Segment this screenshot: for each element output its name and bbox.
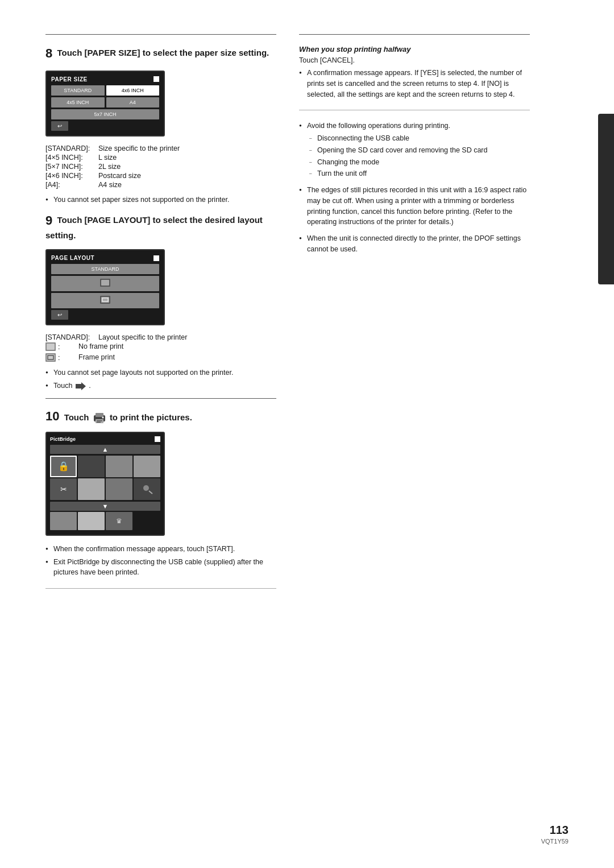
edges-bullet: The edges of still pictures recorded in … bbox=[299, 185, 530, 228]
btn-5x7[interactable]: 5x7 INCH bbox=[51, 109, 159, 119]
when-stop-text: Touch [CANCEL]. bbox=[299, 56, 530, 64]
svg-rect-15 bbox=[97, 421, 101, 423]
page-footer: 113 VQT1Y59 bbox=[541, 824, 569, 845]
dpof-bullet: When the unit is connected directly to t… bbox=[299, 233, 530, 255]
step9-heading: 9 Touch [PAGE LAYOUT] to select the desi… bbox=[45, 212, 276, 242]
step10-divider bbox=[45, 398, 276, 399]
btn-frame[interactable] bbox=[51, 293, 159, 308]
btn-4x5[interactable]: 4x5 INCH bbox=[51, 97, 105, 108]
photo-grid-header: PictBridge bbox=[50, 436, 160, 442]
svg-point-17 bbox=[143, 485, 149, 491]
right-column: When you stop printing halfway Touch [CA… bbox=[299, 34, 530, 599]
photo-cell-3[interactable] bbox=[106, 456, 132, 477]
photo-cell-2[interactable] bbox=[78, 456, 105, 477]
photo-cell-10[interactable] bbox=[78, 512, 105, 530]
step9-note1: You cannot set page layouts not supporte… bbox=[45, 367, 276, 378]
avoid-item-2: Opening the SD card cover and removing t… bbox=[309, 145, 530, 156]
back-button-layout[interactable]: ↩ bbox=[51, 310, 68, 320]
step9-number: 9 bbox=[45, 213, 52, 228]
photo-cell-11[interactable]: ♛ bbox=[106, 512, 132, 530]
step9-notes: You cannot set page layouts not supporte… bbox=[45, 367, 276, 391]
desc-5x7: [5×7 INCH]: 2L size bbox=[45, 163, 276, 171]
btn-layout-standard[interactable]: STANDARD bbox=[51, 264, 159, 274]
desc-4x6: [4×6 INCH]: Postcard size bbox=[45, 172, 276, 180]
step8-number: 8 bbox=[45, 46, 52, 60]
right-top-divider bbox=[299, 34, 530, 35]
when-stop-heading: When you stop printing halfway bbox=[299, 45, 530, 53]
photo-row-2: ✂ bbox=[50, 478, 160, 500]
screen-indicator2 bbox=[154, 255, 159, 261]
avoid-item-3: Changing the mode bbox=[309, 157, 530, 168]
step10-notes: When the confirmation message appears, t… bbox=[45, 544, 276, 578]
page-number: 113 bbox=[541, 824, 569, 837]
step10-number: 10 bbox=[45, 409, 59, 423]
step10-note2: Exit PictBridge by disconnecting the USB… bbox=[45, 557, 276, 578]
desc-layout-standard: [STANDARD]: Layout specific to the print… bbox=[45, 333, 276, 341]
paper-size-screen: PAPER SIZE STANDARD 4x6 INCH 4x5 INCH A4… bbox=[45, 71, 165, 137]
btn-no-frame[interactable] bbox=[51, 276, 159, 291]
nav-down[interactable]: ▼ bbox=[50, 502, 160, 511]
btn-4x6[interactable]: 4x6 INCH bbox=[106, 85, 160, 96]
right-mid-divider bbox=[299, 110, 530, 110]
step8-heading: 8 Touch [PAPER SIZE] to select the paper… bbox=[45, 45, 276, 63]
paper-size-buttons: STANDARD 4x6 INCH 4x5 INCH A4 5x7 INCH bbox=[51, 85, 159, 119]
photo-cell-9[interactable] bbox=[50, 512, 77, 530]
back-button-paper[interactable]: ↩ bbox=[51, 121, 68, 131]
photo-cell-scissors[interactable]: ✂ bbox=[50, 478, 77, 500]
photo-grid-indicator bbox=[155, 436, 160, 442]
step8-section: 8 Touch [PAPER SIZE] to select the paper… bbox=[45, 45, 276, 205]
step8-descriptions: [STANDARD]: Size specific to the printer… bbox=[45, 144, 276, 189]
photo-cell-lock[interactable]: 🔒 bbox=[50, 456, 77, 477]
photo-cell-6[interactable] bbox=[78, 478, 105, 500]
page-layout-title: PAGE LAYOUT bbox=[51, 255, 94, 261]
photo-row-1: 🔒 bbox=[50, 456, 160, 477]
bottom-divider bbox=[45, 588, 276, 589]
top-divider bbox=[45, 34, 276, 35]
photo-grid-title: PictBridge bbox=[50, 436, 76, 442]
svg-marker-10 bbox=[76, 382, 86, 390]
desc-standard: [STANDARD]: Size specific to the printer bbox=[45, 144, 276, 152]
print-icon bbox=[93, 412, 106, 424]
when-stop-bullet1: A confirmation message appears. If [YES]… bbox=[299, 68, 530, 100]
avoid-item-1: Disconnecting the USB cable bbox=[309, 133, 530, 144]
right-bullets: Avoid the following operations during pr… bbox=[299, 121, 530, 254]
step9-section: 9 Touch [PAGE LAYOUT] to select the desi… bbox=[45, 212, 276, 391]
step8-note1: You cannot set paper sizes not supported… bbox=[45, 195, 276, 205]
svg-rect-14 bbox=[97, 420, 102, 421]
page-layout-screen: PAGE LAYOUT STANDARD bbox=[45, 249, 165, 325]
photo-cell-7[interactable] bbox=[106, 478, 132, 500]
desc-no-frame: : No frame print bbox=[45, 342, 276, 351]
svg-point-16 bbox=[102, 416, 103, 418]
desc-4x5: [4×5 INCH]: L size bbox=[45, 154, 276, 162]
photo-cell-4[interactable] bbox=[134, 456, 160, 477]
desc-frame: : Frame print bbox=[45, 353, 276, 362]
step9-note2: Touch . bbox=[45, 381, 276, 391]
photo-grid-screen: PictBridge ▲ 🔒 bbox=[45, 432, 165, 536]
step10-heading: 10 Touch to print the pictures. bbox=[45, 409, 276, 424]
svg-rect-1 bbox=[101, 280, 109, 286]
step10-note1: When the confirmation message appears, t… bbox=[45, 544, 276, 555]
btn-standard[interactable]: STANDARD bbox=[51, 85, 105, 96]
when-stop-bullets: A confirmation message appears. If [YES]… bbox=[299, 68, 530, 100]
avoid-bullet: Avoid the following operations during pr… bbox=[299, 121, 530, 179]
svg-rect-12 bbox=[96, 413, 103, 417]
photo-row-3: ♛ bbox=[50, 512, 160, 530]
step8-notes: You cannot set paper sizes not supported… bbox=[45, 195, 276, 205]
avoid-sub-list: Disconnecting the USB cable Opening the … bbox=[309, 133, 530, 179]
avoid-item-4: Turn the unit off bbox=[309, 168, 530, 179]
btn-a4[interactable]: A4 bbox=[106, 97, 160, 108]
right-tab bbox=[598, 114, 614, 284]
paper-size-title: PAPER SIZE bbox=[51, 76, 88, 82]
nav-up[interactable]: ▲ bbox=[50, 445, 160, 454]
step9-descriptions: [STANDARD]: Layout specific to the print… bbox=[45, 333, 276, 362]
screen-indicator bbox=[154, 76, 159, 82]
desc-a4: [A4]: A4 size bbox=[45, 181, 276, 189]
svg-rect-6 bbox=[47, 344, 55, 350]
page-code: VQT1Y59 bbox=[541, 838, 569, 845]
photo-cell-8[interactable] bbox=[134, 478, 160, 500]
